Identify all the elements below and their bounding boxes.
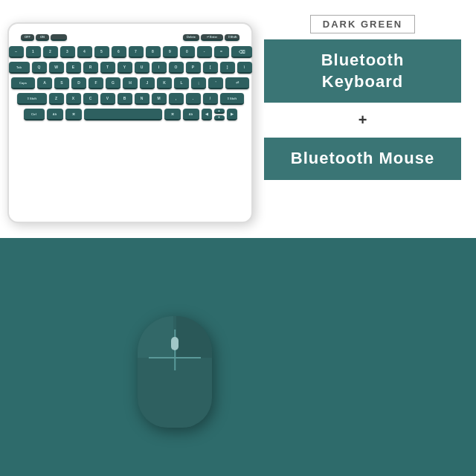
- mouse-product: [138, 316, 212, 428]
- keyboard-row-3: Tab Q W E R T Y U I O P [ ] \: [18, 62, 242, 74]
- product-page: OFF ON Delete ↵ Enter ⇧ Shift ~ 1 2 3 4 …: [0, 0, 476, 476]
- keyboard-row-6: Ctrl Alt ⌘ ⌘ Alt ◀ ▲ ▼ ▶: [18, 109, 242, 120]
- info-panel: DARK GREEN Bluetooth Keyboard + Bluetoot…: [264, 15, 461, 180]
- background-bottom: [0, 238, 476, 476]
- keyboard-row-4: Caps A S D F G H J K L ; ' ⏎: [18, 77, 242, 89]
- mouse-scroll-wheel: [171, 337, 178, 350]
- keyboard-product-label: Bluetooth Keyboard: [264, 39, 461, 103]
- mouse-product-label: Bluetooth Mouse: [264, 138, 461, 180]
- plus-separator: +: [264, 109, 461, 132]
- keyboard-image-wrapper: OFF ON Delete ↵ Enter ⇧ Shift ~ 1 2 3 4 …: [7, 22, 260, 234]
- mouse-left-button: [138, 316, 173, 358]
- keyboard-product: OFF ON Delete ↵ Enter ⇧ Shift ~ 1 2 3 4 …: [7, 22, 253, 223]
- keyboard-row-5: ⇧ Shift Z X C V B N M , . / ⇧ Shift: [18, 93, 242, 105]
- color-label: DARK GREEN: [310, 15, 415, 33]
- keyboard-row-1: OFF ON Delete ↵ Enter ⇧ Shift: [18, 34, 242, 42]
- mouse-image-wrapper: [119, 298, 231, 446]
- keyboard-row-2: ~ 1 2 3 4 5 6 7 8 9 0 - = ⌫: [18, 46, 242, 58]
- mouse-right-button: [176, 316, 212, 358]
